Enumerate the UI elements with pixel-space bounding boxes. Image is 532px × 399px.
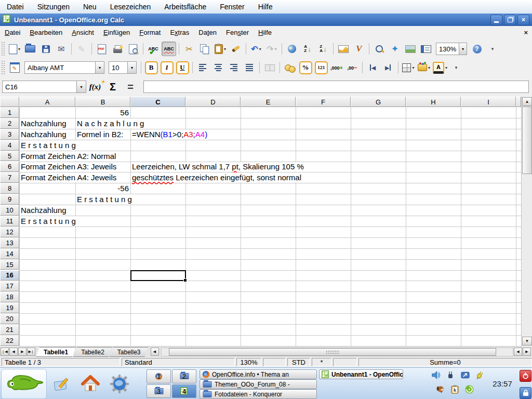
status-field-3[interactable] — [263, 358, 286, 366]
formula-input-line[interactable] — [143, 81, 529, 93]
spreadsheet-grid[interactable]: ABCDEFGHI1234567891011121314151617181920… — [0, 97, 532, 347]
volume-icon[interactable] — [430, 369, 442, 381]
suse-updater-icon[interactable] — [463, 383, 475, 395]
kde-menu-arbeitsfläche[interactable]: Arbeitsfläche — [157, 0, 213, 14]
export-pdf-icon[interactable]: PDF — [95, 42, 109, 56]
decrease-indent-icon[interactable]: ◀ — [365, 60, 380, 75]
datasources-icon[interactable] — [419, 42, 433, 56]
gallery-icon[interactable] — [403, 42, 418, 56]
font-size-combo-dropdown-icon[interactable]: ▾ — [127, 62, 136, 73]
spellcheck-icon[interactable]: ABC✔ — [146, 42, 161, 56]
status-field-5[interactable]: * — [312, 358, 331, 366]
cell-A5[interactable]: Format Zeichen A2: Normal — [21, 151, 116, 161]
new-document-icon[interactable]: ▾ — [7, 42, 22, 56]
task-button-3[interactable]: Themen_OOo_Forum_08 - — [200, 379, 317, 389]
row-header-17[interactable]: 17 — [0, 281, 19, 291]
function-equals-icon[interactable]: = — [123, 80, 138, 94]
row-header-6[interactable]: 6 — [0, 162, 19, 172]
borders-icon[interactable]: ▾ — [401, 60, 416, 75]
shutdown-icon[interactable] — [520, 370, 531, 382]
row-header-7[interactable]: 7 — [0, 172, 19, 183]
column-header-H[interactable]: H — [406, 97, 461, 107]
cell-A4[interactable]: E r s t a t t u n g — [21, 140, 76, 150]
row-header-20[interactable]: 20 — [0, 313, 19, 324]
toolbar-drag-handle[interactable] — [1, 42, 6, 56]
font-name-combo[interactable]: Albany AMT▾ — [24, 61, 104, 74]
pager-desktop-3[interactable]: 3 — [147, 384, 171, 398]
row-header-16[interactable]: 16 — [0, 270, 19, 281]
vertical-scrollbar-thumb[interactable] — [522, 107, 532, 174]
status-field-4[interactable]: STD — [287, 358, 310, 366]
menu-hilfe[interactable]: Hilfe — [254, 26, 276, 39]
pager-desktop-1[interactable]: 1 — [147, 369, 171, 383]
sheet-tab-tabelle1[interactable]: Tabelle1 — [36, 347, 76, 357]
navigator-icon[interactable]: ✦ — [388, 42, 402, 56]
cell-A7[interactable]: Format Zeichen A4: Jeweils — [21, 172, 116, 182]
format-paintbrush-icon[interactable] — [229, 42, 243, 56]
page-preview-icon[interactable] — [126, 42, 140, 56]
tabbar-scroll-left-button[interactable]: ◀ — [151, 348, 159, 356]
align-right-icon[interactable] — [227, 60, 241, 75]
underline-icon[interactable]: U — [175, 60, 190, 75]
column-header-I[interactable]: I — [461, 97, 516, 107]
scroll-left-button[interactable]: ◀ — [514, 348, 522, 356]
cell-B3[interactable]: Formel in B2: — [77, 129, 123, 139]
scroll-up-button[interactable]: ▲ — [522, 97, 532, 106]
close-button[interactable]: × — [517, 15, 529, 25]
column-header-G[interactable]: G — [351, 97, 406, 107]
battery-monitor-icon[interactable] — [445, 369, 456, 381]
row-header-14[interactable]: 14 — [0, 248, 19, 259]
sum-icon[interactable]: Σ — [105, 80, 121, 94]
add-decimal-icon[interactable]: ,000+ — [329, 60, 344, 75]
menu-extras[interactable]: Extras — [165, 26, 194, 39]
font-name-combo-dropdown-icon[interactable]: ▾ — [95, 62, 104, 73]
scroll-right-button[interactable]: ▶ — [523, 348, 531, 356]
row-header-8[interactable]: 8 — [0, 183, 19, 194]
cell-reference-box[interactable]: C16 ▾ — [2, 81, 86, 93]
sheet-tab-tabelle2[interactable]: Tabelle2 — [73, 347, 112, 357]
open-icon[interactable] — [23, 42, 37, 56]
merge-cells-icon[interactable] — [262, 60, 277, 75]
italic-icon[interactable]: I — [159, 60, 174, 75]
copy-icon[interactable] — [197, 42, 212, 56]
cell-B9[interactable]: E r s t a t t u n g — [77, 194, 132, 204]
row-header-11[interactable]: 11 — [0, 216, 19, 227]
row-header-1[interactable]: 1 — [0, 107, 19, 118]
row-header-21[interactable]: 21 — [0, 324, 19, 335]
font-size-combo[interactable]: 10▾ — [109, 61, 137, 74]
redo-icon[interactable]: ↷▾ — [264, 42, 279, 56]
selected-cell-outline[interactable] — [130, 270, 186, 282]
sort-ascending-icon[interactable]: AZ↓ — [300, 42, 315, 56]
cell-B1[interactable]: 56 — [120, 108, 129, 117]
horizontal-scrollbar-thumb[interactable] — [169, 348, 496, 356]
cell-C6[interactable]: Leerzeichen, LW schmal 1,7 pt, Skalierun… — [132, 162, 304, 172]
cell-A6[interactable]: Format Zeichen A3: Jeweils — [21, 162, 116, 172]
bold-icon[interactable]: B — [144, 60, 158, 75]
kde-menu-lesezeichen[interactable]: Lesezeichen — [103, 0, 158, 14]
lock-icon[interactable] — [520, 387, 531, 399]
cell-B2[interactable]: N a c h z a h l u n g — [77, 118, 144, 128]
vertical-scrollbar[interactable]: ▲▼ — [521, 97, 532, 347]
column-header-C[interactable]: C — [130, 97, 185, 107]
increase-indent-icon[interactable]: ▶ — [381, 60, 395, 75]
kde-menu-neu[interactable]: Neu — [76, 0, 103, 14]
minimize-button[interactable] — [490, 15, 502, 25]
home-launcher-icon[interactable] — [79, 373, 102, 395]
align-center-icon[interactable] — [211, 60, 225, 75]
column-header-A[interactable]: A — [19, 97, 75, 107]
row-header-3[interactable]: 3 — [0, 129, 19, 140]
cut-icon[interactable]: ✂ — [182, 42, 196, 56]
previous-sheet-button[interactable]: ◀ — [9, 348, 18, 356]
kpowersave-icon[interactable] — [474, 369, 485, 381]
selection-fill-handle[interactable] — [183, 278, 187, 282]
window-titlebar[interactable]: Unbenannt1 - OpenOffice.org Calc × — [0, 14, 532, 26]
row-header-10[interactable]: 10 — [0, 205, 19, 216]
menu-ansicht[interactable]: Ansicht — [67, 26, 99, 39]
toolbar-overflow-icon[interactable]: ▾ — [485, 42, 500, 56]
menu-format[interactable]: Format — [135, 26, 165, 39]
row-header-9[interactable]: 9 — [0, 194, 19, 205]
cell-A2[interactable]: Nachzahlung — [21, 118, 66, 128]
cell-B8[interactable]: -56 — [117, 183, 129, 193]
print-icon[interactable] — [110, 42, 125, 56]
insert-chart-icon[interactable] — [336, 42, 351, 56]
